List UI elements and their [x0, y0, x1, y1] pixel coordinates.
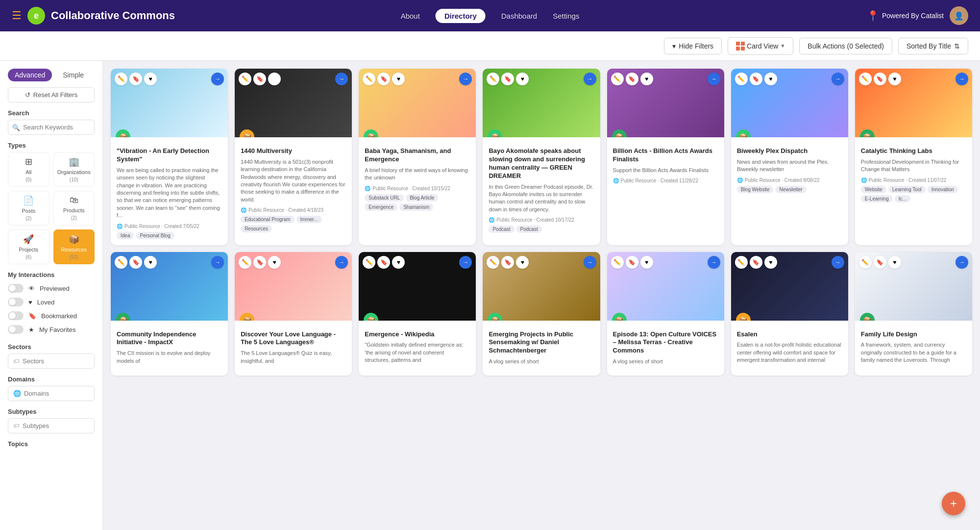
edit-button[interactable]: ✏️	[487, 256, 499, 269]
favorites-toggle[interactable]	[8, 325, 24, 334]
card-view-button[interactable]: Card View ▼	[728, 37, 793, 55]
love-button[interactable]: ♥	[392, 256, 405, 269]
bookmark-button[interactable]: 🔖	[129, 73, 142, 85]
edit-button[interactable]: ✏️	[611, 73, 624, 85]
go-button[interactable]: →	[956, 73, 968, 85]
edit-button[interactable]: ✏️	[363, 73, 375, 85]
edit-button[interactable]: ✏️	[735, 256, 748, 269]
type-organizations[interactable]: 🏢 Organizations (10)	[53, 152, 95, 187]
nav-directory[interactable]: Directory	[436, 9, 486, 23]
type-products[interactable]: 🛍 Products (2)	[53, 191, 95, 226]
go-button[interactable]: →	[832, 73, 844, 85]
bookmark-button[interactable]: 🔖	[377, 73, 390, 85]
hamburger-icon[interactable]: ☰	[12, 9, 22, 22]
edit-button[interactable]: ✏️	[735, 73, 748, 85]
domains-input[interactable]	[24, 390, 103, 397]
go-button[interactable]: →	[832, 256, 844, 269]
love-button[interactable]: ♥	[764, 73, 777, 85]
bookmark-button[interactable]: 🔖	[253, 256, 266, 269]
type-resources[interactable]: 📦 Resources (53)	[53, 229, 95, 264]
go-button[interactable]: →	[211, 256, 224, 269]
card-6[interactable]: ✏️ 🔖 ♥ → 📦 Catalytic Thinking Labs Profe…	[855, 69, 972, 245]
sectors-input[interactable]	[23, 357, 103, 365]
love-button[interactable]: ♥	[640, 73, 653, 85]
card-3[interactable]: ✏️ 🔖 ♥ → 📦 Bayo Akomolafe speaks about s…	[483, 69, 600, 245]
edit-button[interactable]: ✏️	[239, 256, 251, 269]
bookmark-button[interactable]: 🔖	[501, 256, 514, 269]
go-button[interactable]: →	[211, 73, 224, 85]
fab-button[interactable]: +	[942, 492, 965, 515]
nav-about[interactable]: About	[401, 12, 420, 20]
edit-button[interactable]: ✏️	[859, 73, 872, 85]
edit-button[interactable]: ✏️	[239, 73, 251, 85]
edit-button[interactable]: ✏️	[115, 256, 127, 269]
card-9[interactable]: ✏️ 🔖 ♥ → 📦 Emergence - Wikipedia "Goldst…	[359, 252, 476, 376]
go-button[interactable]: →	[584, 73, 596, 85]
bookmark-button[interactable]: 🔖	[377, 256, 390, 269]
subtypes-input[interactable]	[23, 422, 103, 429]
go-button[interactable]: →	[335, 73, 348, 85]
reset-filters-button[interactable]: ↺ Reset All Filters	[8, 87, 95, 102]
bookmark-button[interactable]: 🔖	[750, 256, 762, 269]
love-button[interactable]: ♥	[516, 256, 529, 269]
card-12[interactable]: ✏️ 🔖 ♥ → 📦 Esalen Esalen is a not-for-pr…	[731, 252, 848, 376]
card-7[interactable]: ✏️ 🔖 ♥ → 📦 Community Independence Initia…	[111, 252, 228, 376]
type-posts[interactable]: 📄 Posts (2)	[8, 191, 49, 226]
edit-button[interactable]: ✏️	[859, 256, 872, 269]
nav-dashboard[interactable]: Dashboard	[501, 12, 537, 20]
type-all[interactable]: ⊞ All (0)	[8, 152, 49, 187]
love-button[interactable]: ♥	[144, 256, 157, 269]
love-button[interactable]: ♥	[144, 73, 157, 85]
love-button[interactable]: ♥	[888, 256, 901, 269]
bulk-actions-button[interactable]: Bulk Actions (0 Selected)	[799, 38, 892, 54]
card-10[interactable]: ✏️ 🔖 ♥ → 📦 Emerging Projects in Public S…	[483, 252, 600, 376]
card-2[interactable]: ✏️ 🔖 ♥ → 📦 Baba Yaga, Shamanism, and Eme…	[359, 69, 476, 245]
love-button[interactable]: ♥	[268, 73, 281, 85]
love-button[interactable]: ♥	[516, 73, 529, 85]
edit-button[interactable]: ✏️	[611, 256, 624, 269]
advanced-tab[interactable]: Advanced	[8, 69, 52, 81]
card-5[interactable]: ✏️ 🔖 ♥ → 📦 Biweekly Plex Dispatch News a…	[731, 69, 848, 245]
go-button[interactable]: →	[335, 256, 348, 269]
card-13[interactable]: ✏️ 🔖 ♥ → 📦 Family Life Design A framewor…	[855, 252, 972, 376]
previewed-toggle[interactable]	[8, 284, 24, 293]
bookmarked-toggle[interactable]	[8, 311, 24, 320]
go-button[interactable]: →	[956, 256, 968, 269]
hide-filters-button[interactable]: ▾ Hide Filters	[664, 38, 722, 54]
bookmark-button[interactable]: 🔖	[626, 73, 638, 85]
card-8[interactable]: ✏️ 🔖 ♥ → 📦 Discover Your Love Language -…	[235, 252, 352, 376]
go-button[interactable]: →	[708, 73, 720, 85]
type-projects[interactable]: 🚀 Projects (6)	[8, 229, 49, 264]
love-button[interactable]: ♥	[888, 73, 901, 85]
bookmark-button[interactable]: 🔖	[874, 73, 886, 85]
love-button[interactable]: ♥	[392, 73, 405, 85]
go-button[interactable]: →	[459, 73, 472, 85]
bookmark-button[interactable]: 🔖	[750, 73, 762, 85]
simple-tab[interactable]: Simple	[56, 69, 91, 81]
nav-settings[interactable]: Settings	[553, 12, 579, 20]
loved-toggle[interactable]	[8, 298, 24, 306]
card-action-icons: ✏️ 🔖 ♥	[735, 256, 777, 269]
search-input[interactable]	[8, 120, 95, 135]
love-button[interactable]: ♥	[640, 256, 653, 269]
bookmark-button[interactable]: 🔖	[253, 73, 266, 85]
card-1[interactable]: ✏️ 🔖 ♥ → 📦 1440 Multiversity 1440 Multiv…	[235, 69, 352, 245]
bookmark-button[interactable]: 🔖	[626, 256, 638, 269]
card-0[interactable]: ✏️ 🔖 ♥ → 📦 "Vibration - An Early Detecti…	[111, 69, 228, 245]
edit-button[interactable]: ✏️	[115, 73, 127, 85]
love-button[interactable]: ♥	[268, 256, 281, 269]
card-4[interactable]: ✏️ 🔖 ♥ → 📦 Billion Acts - Billion Acts A…	[607, 69, 724, 245]
go-button[interactable]: →	[584, 256, 596, 269]
edit-button[interactable]: ✏️	[487, 73, 499, 85]
bookmark-button[interactable]: 🔖	[874, 256, 886, 269]
bookmark-button[interactable]: 🔖	[129, 256, 142, 269]
love-button[interactable]: ♥	[764, 256, 777, 269]
card-tag: Educational Program	[241, 216, 294, 223]
go-button[interactable]: →	[708, 256, 720, 269]
go-button[interactable]: →	[459, 256, 472, 269]
bookmark-button[interactable]: 🔖	[501, 73, 514, 85]
avatar[interactable]: 👤	[950, 6, 968, 25]
card-11[interactable]: ✏️ 🔖 ♥ → 📦 Episode 13: Open Culture VOIC…	[607, 252, 724, 376]
sorted-by-button[interactable]: Sorted By Title ⇅	[898, 38, 968, 54]
edit-button[interactable]: ✏️	[363, 256, 375, 269]
